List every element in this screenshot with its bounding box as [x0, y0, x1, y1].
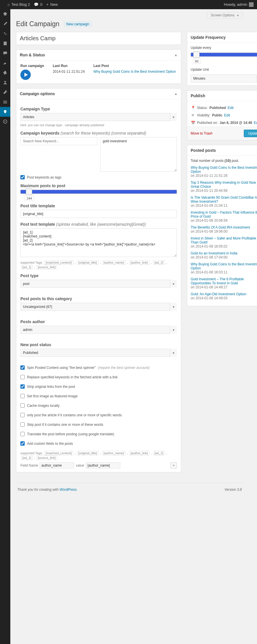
update-button[interactable]: Update: [244, 130, 257, 137]
posted-post-link[interactable]: Gold: An Age-Old Investment Option: [191, 292, 246, 296]
customfields-checkbox[interactable]: Add custom fields to the posts: [20, 441, 177, 446]
featured-input[interactable]: [20, 394, 25, 398]
onlypost-checkbox[interactable]: only post the article if it contains one…: [20, 413, 177, 417]
text-template-input[interactable]: [ad_1] [matched_content] [ad_2] <br><a h…: [20, 228, 177, 257]
tag-chip[interactable]: [author_link]: [129, 451, 149, 455]
edit-status-link[interactable]: Edit: [228, 106, 234, 110]
new-status-select[interactable]: Published ▾: [20, 349, 177, 357]
menu-users-icon[interactable]: [0, 78, 10, 87]
posted-post-link[interactable]: Gold Investment – The 6 Profitable Oppor…: [191, 277, 244, 285]
new-content-link[interactable]: + New: [46, 0, 58, 9]
posted-post-link[interactable]: Investing in Gold – Factors That Influen…: [191, 210, 257, 218]
comment-icon: 💬: [34, 0, 38, 9]
site-link[interactable]: ⌂ Test Blog 2: [7, 0, 30, 9]
featured-checkbox[interactable]: Set first image as featured image: [20, 394, 177, 398]
run-campaign-button[interactable]: [20, 70, 31, 80]
pin-icon: 📍: [191, 106, 195, 110]
posted-post-link[interactable]: Why Buying Gold Coins Is the Best Invest…: [191, 262, 257, 270]
cache-checkbox[interactable]: Cache images locally: [20, 403, 177, 408]
keyword-search-input[interactable]: [20, 137, 97, 145]
slider-handle[interactable]: [193, 51, 200, 58]
strip-input[interactable]: [20, 384, 25, 389]
tag-chip[interactable]: [matched_content]: [44, 260, 73, 265]
menu-dashboard-icon[interactable]: [0, 9, 10, 19]
spin-checkbox[interactable]: Spin Posted Content using "the best spin…: [20, 365, 177, 370]
menu-plugins-icon[interactable]: [0, 68, 10, 78]
move-to-trash-link[interactable]: Move to Trash: [191, 131, 212, 135]
eye-icon: 👁: [191, 113, 195, 117]
comments-link[interactable]: 💬 0: [34, 0, 42, 9]
post-keywords-tags-input[interactable]: [20, 175, 25, 179]
posted-post-link[interactable]: Gold As an Investment in India: [191, 251, 237, 255]
account-link[interactable]: Howdy, admin: [224, 0, 254, 9]
posted-post-link[interactable]: Top 3 Reasons Why Investing in Gold Now …: [191, 181, 257, 189]
tag-chip[interactable]: [source_link]: [36, 265, 57, 269]
tag-chip[interactable]: [original_title]: [77, 260, 98, 265]
tag-chip[interactable]: [original_title]: [77, 451, 98, 455]
campaign-options-heading[interactable]: Campaign options ▲: [16, 89, 181, 99]
translate-input[interactable]: [20, 432, 25, 436]
update-frequency-heading[interactable]: Update Frequency ▲: [187, 32, 257, 43]
screen-options-toggle[interactable]: Screen Options ▼: [207, 12, 243, 18]
posted-post-link[interactable]: The Benefits Of A Gold IRA Investment: [191, 225, 250, 229]
post-type-select[interactable]: post ▾: [20, 280, 177, 288]
posted-post-link[interactable]: Why Buying Gold Coins Is the Best Invest…: [191, 166, 257, 174]
translate-checkbox[interactable]: Translate the post before posting (using…: [20, 432, 177, 436]
posted-post-link[interactable]: Invest in Silver – Safer and More Profit…: [191, 236, 256, 244]
replace-input[interactable]: [20, 375, 25, 379]
cf-value-input[interactable]: [86, 462, 120, 469]
max-posts-slider[interactable]: 244: [20, 190, 177, 194]
tag-chip[interactable]: [matched_content]: [44, 451, 73, 455]
menu-settings-icon[interactable]: [0, 97, 10, 107]
cache-input[interactable]: [20, 403, 25, 408]
campaign-type-value: Articles: [20, 113, 177, 121]
update-every-slider[interactable]: 60: [191, 53, 257, 57]
new-campaign-button[interactable]: New campaign: [63, 21, 92, 27]
post-keywords-tags-checkbox[interactable]: Post keywords as tags: [20, 175, 177, 179]
menu-pages-icon[interactable]: [0, 39, 10, 48]
add-custom-field-button[interactable]: +: [171, 462, 177, 469]
customfields-input[interactable]: [20, 441, 25, 446]
skip-checkbox[interactable]: Skip post if it contains one or more of …: [20, 422, 177, 427]
menu-media-icon[interactable]: [0, 29, 10, 39]
menu-campaign-icon[interactable]: [0, 107, 10, 117]
posted-posts-heading[interactable]: Posted posts ▲: [187, 145, 257, 156]
onlypost-input[interactable]: [20, 413, 25, 417]
publish-heading-text: Publish: [191, 93, 205, 98]
replace-checkbox[interactable]: Replace specified keywords in the fetche…: [20, 375, 177, 379]
spin-input[interactable]: [20, 365, 25, 370]
svg-point-2: [5, 34, 7, 35]
tag-chip[interactable]: [ad_2]: [153, 451, 165, 455]
tag-chip[interactable]: [author_name]: [102, 260, 125, 265]
title-template-input[interactable]: [20, 210, 177, 218]
menu-appearance-icon[interactable]: [0, 58, 10, 68]
campaign-title-input[interactable]: Articles Camp: [16, 32, 181, 45]
tag-chip[interactable]: [ad_1]: [21, 455, 33, 460]
menu-collapse-icon[interactable]: [0, 117, 10, 126]
update-unit-select[interactable]: Minutes ▾: [191, 74, 257, 83]
cf-field-name-input[interactable]: [40, 462, 74, 469]
tag-chip[interactable]: [author_name]: [102, 451, 125, 455]
tag-chip[interactable]: [source_link]: [36, 455, 57, 460]
strip-checkbox[interactable]: Strip original links from the post: [20, 384, 177, 389]
wordpress-link[interactable]: WordPress: [59, 488, 76, 492]
tag-chip[interactable]: [ad_2]: [153, 260, 165, 265]
menu-tools-icon[interactable]: [0, 87, 10, 97]
author-select[interactable]: admin ▾: [20, 326, 177, 334]
tag-chip[interactable]: [ad_1]: [21, 265, 33, 269]
keywords-textarea[interactable]: gold investment: [100, 137, 177, 172]
edit-date-link[interactable]: Edit: [254, 121, 257, 125]
tag-chip[interactable]: [author_link]: [129, 260, 149, 265]
campaign-type-select[interactable]: Articles ▾: [20, 113, 177, 121]
publish-heading[interactable]: Publish ▲: [187, 91, 257, 101]
category-select[interactable]: Uncategorized (67) ▾: [20, 303, 177, 311]
last-post-link[interactable]: Why Buying Gold Coins Is the Best Invest…: [93, 70, 176, 74]
menu-posts-icon[interactable]: [0, 19, 10, 29]
skip-input[interactable]: [20, 422, 25, 427]
slider-handle[interactable]: [26, 189, 32, 195]
menu-comments-icon[interactable]: [0, 48, 10, 58]
run-status-heading[interactable]: Run & Status ▲: [16, 50, 181, 60]
edit-visibility-link[interactable]: Edit: [224, 113, 230, 117]
avatar-icon: [249, 2, 254, 7]
posted-post-link[interactable]: Is The Valcambi 50 Gram Gold CombiBar A …: [191, 195, 257, 204]
